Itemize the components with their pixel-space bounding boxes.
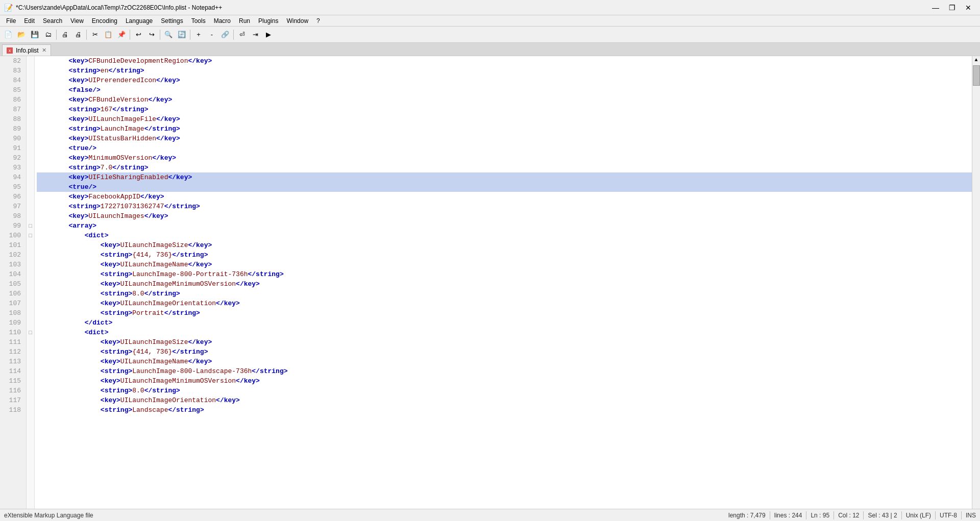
code-line-110: <dict> [37, 328, 972, 337]
line-num-110: 110 [3, 328, 23, 337]
code-line-94: <key>UIFileSharingEnabled</key> [37, 172, 972, 182]
new-button[interactable]: 📄 [2, 29, 14, 41]
menu-item-file[interactable]: File [2, 15, 20, 26]
menu-item-edit[interactable]: Edit [20, 15, 39, 26]
status-length: length : 7,479 [728, 512, 766, 519]
status-ln: Ln : 95 [811, 512, 829, 519]
code-line-87: <string>167</string> [37, 105, 972, 114]
line-num-84: 84 [3, 76, 23, 85]
code-line-116: <string>8.0</string> [37, 386, 972, 395]
save-button[interactable]: 💾 [29, 29, 41, 41]
code-line-109: </dict> [37, 318, 972, 328]
status-sep-6 [935, 511, 936, 519]
menu-item-tools[interactable]: Tools [187, 15, 210, 26]
replace-button[interactable]: 🔄 [176, 29, 188, 41]
menu-item-search[interactable]: Search [39, 15, 66, 26]
file-type-label: eXtensible Markup Language file [4, 512, 93, 519]
status-line-ending: Unix (LF) [906, 512, 931, 519]
code-line-93: <string>7.0</string> [37, 163, 972, 172]
tab-icon: x [7, 47, 13, 54]
title-bar: 📝 *C:\Users\zande\AppData\Local\Temp\7zO… [0, 0, 980, 15]
copy-button[interactable]: 📋 [102, 29, 114, 41]
menu-item-macro[interactable]: Macro [210, 15, 235, 26]
status-mode: INS [966, 512, 976, 519]
menu-item-window[interactable]: Window [282, 15, 312, 26]
code-line-90: <key>UIStatusBarHidden</key> [37, 134, 972, 143]
minimize-button[interactable]: — [928, 2, 943, 13]
fold-cell-113 [27, 357, 34, 366]
tab-close-button[interactable]: ✕ [42, 47, 46, 54]
find-button[interactable]: 🔍 [162, 29, 175, 41]
code-line-118: <string>Landscape</string> [37, 405, 972, 415]
code-line-117: <key>UILaunchImageOrientation</key> [37, 395, 972, 405]
fold-cell-110[interactable]: □ [27, 328, 34, 337]
zoom-out-button[interactable]: - [206, 29, 218, 41]
code-line-103: <key>UILaunchImageName</key> [37, 260, 972, 269]
tab-bar: x Info.plist ✕ [0, 43, 980, 56]
code-line-100: <dict> [37, 231, 972, 240]
line-num-91: 91 [3, 143, 23, 153]
scroll-up-button[interactable]: ▲ [972, 56, 981, 64]
close-all-button[interactable]: 🗂 [42, 29, 54, 41]
fold-cell-109 [27, 318, 34, 328]
tab-info-plist[interactable]: x Info.plist ✕ [2, 44, 51, 56]
close-button[interactable]: ✕ [961, 2, 976, 13]
vertical-scrollbar[interactable]: ▲ [972, 56, 980, 509]
menu-item-?[interactable]: ? [312, 15, 324, 26]
undo-button[interactable]: ↩ [132, 29, 144, 41]
indent-button[interactable]: ⇥ [249, 29, 261, 41]
redo-button[interactable]: ↪ [145, 29, 158, 41]
status-sep-7 [961, 511, 962, 519]
sync-button[interactable]: 🔗 [219, 29, 231, 41]
menu-item-run[interactable]: Run [235, 15, 254, 26]
open-button[interactable]: 📂 [15, 29, 28, 41]
code-line-107: <key>UILaunchImageOrientation</key> [37, 299, 972, 308]
fold-cell-89 [27, 124, 34, 134]
code-line-115: <key>UILaunchImageMinimumOSVersion</key> [37, 376, 972, 386]
code-line-85: <false/> [37, 85, 972, 95]
fold-cell-111 [27, 337, 34, 347]
line-numbers: 8283848586878889909192939495969798991001… [0, 56, 27, 509]
fold-column: □□□ [27, 56, 35, 509]
line-num-93: 93 [3, 163, 23, 172]
line-num-82: 82 [3, 56, 23, 66]
menu-item-settings[interactable]: Settings [157, 15, 187, 26]
code-line-108: <string>Portrait</string> [37, 308, 972, 318]
fold-cell-99[interactable]: □ [27, 221, 34, 231]
line-num-105: 105 [3, 279, 23, 289]
fold-cell-103 [27, 260, 34, 269]
fold-cell-82 [27, 56, 34, 66]
line-num-95: 95 [3, 182, 23, 192]
fold-cell-116 [27, 386, 34, 395]
fold-cell-86 [27, 95, 34, 105]
maximize-button[interactable]: ❐ [944, 2, 960, 13]
window-title: 📝 *C:\Users\zande\AppData\Local\Temp\7zO… [4, 4, 222, 12]
word-wrap-button[interactable]: ⏎ [236, 29, 248, 41]
print-button[interactable]: 🖨 [59, 29, 71, 41]
zoom-in-button[interactable]: + [192, 29, 205, 41]
code-line-98: <key>UILaunchImages</key> [37, 211, 972, 221]
status-col: Col : 12 [838, 512, 859, 519]
fold-cell-100[interactable]: □ [27, 231, 34, 240]
code-line-86: <key>CFBundleVersion</key> [37, 95, 972, 105]
cut-button[interactable]: ✂ [89, 29, 101, 41]
code-line-104: <string>LaunchImage-800-Portrait-736h</s… [37, 269, 972, 279]
menu-item-plugins[interactable]: Plugins [254, 15, 282, 26]
scroll-thumb[interactable] [973, 65, 980, 86]
code-area[interactable]: <key>CFBundleDevelopmentRegion</key> <st… [35, 56, 972, 509]
run-button[interactable]: ▶ [262, 29, 275, 41]
paste-button[interactable]: 📌 [115, 29, 128, 41]
code-line-99: <array> [37, 221, 972, 231]
fold-cell-88 [27, 114, 34, 124]
menu-item-encoding[interactable]: Encoding [88, 15, 121, 26]
editor-area: 8283848586878889909192939495969798991001… [0, 56, 980, 509]
menu-item-language[interactable]: Language [121, 15, 157, 26]
menu-item-view[interactable]: View [66, 15, 88, 26]
code-line-83: <string>en</string> [37, 66, 972, 76]
fold-cell-108 [27, 308, 34, 318]
print-now-button[interactable]: 🖨 [72, 29, 84, 41]
code-line-95: <true/> [37, 182, 972, 192]
line-num-115: 115 [3, 376, 23, 386]
code-line-101: <key>UILaunchImageSize</key> [37, 240, 972, 250]
status-sep-3 [834, 511, 834, 519]
